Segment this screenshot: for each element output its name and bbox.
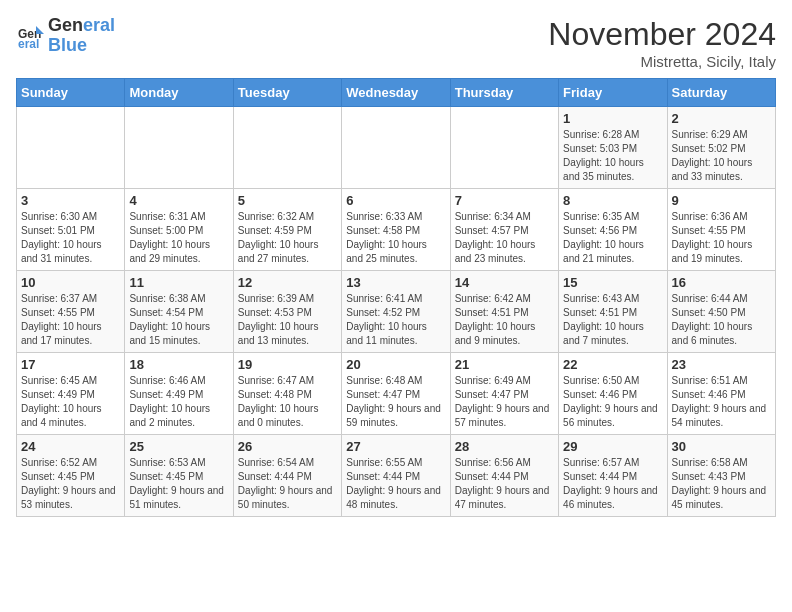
- logo-icon: Gen eral: [16, 22, 44, 50]
- day-number: 29: [563, 439, 662, 454]
- day-info: Sunrise: 6:36 AM Sunset: 4:55 PM Dayligh…: [672, 210, 771, 266]
- day-number: 30: [672, 439, 771, 454]
- day-info: Sunrise: 6:44 AM Sunset: 4:50 PM Dayligh…: [672, 292, 771, 348]
- day-info: Sunrise: 6:47 AM Sunset: 4:48 PM Dayligh…: [238, 374, 337, 430]
- day-header-tuesday: Tuesday: [233, 79, 341, 107]
- day-info: Sunrise: 6:33 AM Sunset: 4:58 PM Dayligh…: [346, 210, 445, 266]
- day-cell: 30Sunrise: 6:58 AM Sunset: 4:43 PM Dayli…: [667, 435, 775, 517]
- day-cell: [233, 107, 341, 189]
- day-header-friday: Friday: [559, 79, 667, 107]
- day-info: Sunrise: 6:54 AM Sunset: 4:44 PM Dayligh…: [238, 456, 337, 512]
- logo-line2: Blue: [48, 36, 115, 56]
- day-number: 10: [21, 275, 120, 290]
- week-row-3: 10Sunrise: 6:37 AM Sunset: 4:55 PM Dayli…: [17, 271, 776, 353]
- day-cell: 19Sunrise: 6:47 AM Sunset: 4:48 PM Dayli…: [233, 353, 341, 435]
- day-info: Sunrise: 6:46 AM Sunset: 4:49 PM Dayligh…: [129, 374, 228, 430]
- day-info: Sunrise: 6:58 AM Sunset: 4:43 PM Dayligh…: [672, 456, 771, 512]
- day-number: 23: [672, 357, 771, 372]
- day-info: Sunrise: 6:53 AM Sunset: 4:45 PM Dayligh…: [129, 456, 228, 512]
- day-info: Sunrise: 6:31 AM Sunset: 5:00 PM Dayligh…: [129, 210, 228, 266]
- day-header-sunday: Sunday: [17, 79, 125, 107]
- logo-line1: General: [48, 16, 115, 36]
- day-cell: 21Sunrise: 6:49 AM Sunset: 4:47 PM Dayli…: [450, 353, 558, 435]
- day-info: Sunrise: 6:48 AM Sunset: 4:47 PM Dayligh…: [346, 374, 445, 430]
- day-info: Sunrise: 6:34 AM Sunset: 4:57 PM Dayligh…: [455, 210, 554, 266]
- day-header-wednesday: Wednesday: [342, 79, 450, 107]
- day-cell: 16Sunrise: 6:44 AM Sunset: 4:50 PM Dayli…: [667, 271, 775, 353]
- day-cell: 4Sunrise: 6:31 AM Sunset: 5:00 PM Daylig…: [125, 189, 233, 271]
- day-info: Sunrise: 6:41 AM Sunset: 4:52 PM Dayligh…: [346, 292, 445, 348]
- day-cell: [125, 107, 233, 189]
- day-number: 6: [346, 193, 445, 208]
- day-info: Sunrise: 6:56 AM Sunset: 4:44 PM Dayligh…: [455, 456, 554, 512]
- day-info: Sunrise: 6:37 AM Sunset: 4:55 PM Dayligh…: [21, 292, 120, 348]
- day-header-monday: Monday: [125, 79, 233, 107]
- week-row-4: 17Sunrise: 6:45 AM Sunset: 4:49 PM Dayli…: [17, 353, 776, 435]
- day-info: Sunrise: 6:57 AM Sunset: 4:44 PM Dayligh…: [563, 456, 662, 512]
- day-number: 3: [21, 193, 120, 208]
- day-cell: 10Sunrise: 6:37 AM Sunset: 4:55 PM Dayli…: [17, 271, 125, 353]
- day-number: 25: [129, 439, 228, 454]
- day-number: 5: [238, 193, 337, 208]
- day-info: Sunrise: 6:35 AM Sunset: 4:56 PM Dayligh…: [563, 210, 662, 266]
- svg-text:eral: eral: [18, 37, 39, 50]
- location-subtitle: Mistretta, Sicily, Italy: [548, 53, 776, 70]
- day-cell: 3Sunrise: 6:30 AM Sunset: 5:01 PM Daylig…: [17, 189, 125, 271]
- day-number: 16: [672, 275, 771, 290]
- day-number: 22: [563, 357, 662, 372]
- week-row-1: 1Sunrise: 6:28 AM Sunset: 5:03 PM Daylig…: [17, 107, 776, 189]
- day-number: 19: [238, 357, 337, 372]
- day-cell: 11Sunrise: 6:38 AM Sunset: 4:54 PM Dayli…: [125, 271, 233, 353]
- month-title: November 2024: [548, 16, 776, 53]
- day-info: Sunrise: 6:55 AM Sunset: 4:44 PM Dayligh…: [346, 456, 445, 512]
- day-cell: 28Sunrise: 6:56 AM Sunset: 4:44 PM Dayli…: [450, 435, 558, 517]
- day-info: Sunrise: 6:28 AM Sunset: 5:03 PM Dayligh…: [563, 128, 662, 184]
- day-header-thursday: Thursday: [450, 79, 558, 107]
- day-number: 24: [21, 439, 120, 454]
- day-cell: 22Sunrise: 6:50 AM Sunset: 4:46 PM Dayli…: [559, 353, 667, 435]
- day-cell: 7Sunrise: 6:34 AM Sunset: 4:57 PM Daylig…: [450, 189, 558, 271]
- day-number: 13: [346, 275, 445, 290]
- day-number: 11: [129, 275, 228, 290]
- day-number: 9: [672, 193, 771, 208]
- day-info: Sunrise: 6:39 AM Sunset: 4:53 PM Dayligh…: [238, 292, 337, 348]
- day-number: 12: [238, 275, 337, 290]
- day-number: 2: [672, 111, 771, 126]
- day-info: Sunrise: 6:38 AM Sunset: 4:54 PM Dayligh…: [129, 292, 228, 348]
- day-cell: 1Sunrise: 6:28 AM Sunset: 5:03 PM Daylig…: [559, 107, 667, 189]
- day-info: Sunrise: 6:32 AM Sunset: 4:59 PM Dayligh…: [238, 210, 337, 266]
- day-number: 7: [455, 193, 554, 208]
- day-cell: 18Sunrise: 6:46 AM Sunset: 4:49 PM Dayli…: [125, 353, 233, 435]
- day-info: Sunrise: 6:51 AM Sunset: 4:46 PM Dayligh…: [672, 374, 771, 430]
- day-info: Sunrise: 6:29 AM Sunset: 5:02 PM Dayligh…: [672, 128, 771, 184]
- day-number: 17: [21, 357, 120, 372]
- day-cell: 23Sunrise: 6:51 AM Sunset: 4:46 PM Dayli…: [667, 353, 775, 435]
- day-number: 14: [455, 275, 554, 290]
- day-cell: 24Sunrise: 6:52 AM Sunset: 4:45 PM Dayli…: [17, 435, 125, 517]
- day-number: 21: [455, 357, 554, 372]
- title-block: November 2024 Mistretta, Sicily, Italy: [548, 16, 776, 70]
- day-cell: [17, 107, 125, 189]
- day-cell: 20Sunrise: 6:48 AM Sunset: 4:47 PM Dayli…: [342, 353, 450, 435]
- day-info: Sunrise: 6:30 AM Sunset: 5:01 PM Dayligh…: [21, 210, 120, 266]
- day-cell: 6Sunrise: 6:33 AM Sunset: 4:58 PM Daylig…: [342, 189, 450, 271]
- day-cell: 8Sunrise: 6:35 AM Sunset: 4:56 PM Daylig…: [559, 189, 667, 271]
- day-cell: 5Sunrise: 6:32 AM Sunset: 4:59 PM Daylig…: [233, 189, 341, 271]
- day-number: 1: [563, 111, 662, 126]
- day-number: 28: [455, 439, 554, 454]
- week-row-2: 3Sunrise: 6:30 AM Sunset: 5:01 PM Daylig…: [17, 189, 776, 271]
- day-cell: 27Sunrise: 6:55 AM Sunset: 4:44 PM Dayli…: [342, 435, 450, 517]
- logo: Gen eral General Blue: [16, 16, 115, 56]
- day-number: 27: [346, 439, 445, 454]
- day-info: Sunrise: 6:50 AM Sunset: 4:46 PM Dayligh…: [563, 374, 662, 430]
- day-cell: 14Sunrise: 6:42 AM Sunset: 4:51 PM Dayli…: [450, 271, 558, 353]
- calendar-table: SundayMondayTuesdayWednesdayThursdayFrid…: [16, 78, 776, 517]
- day-cell: 13Sunrise: 6:41 AM Sunset: 4:52 PM Dayli…: [342, 271, 450, 353]
- day-info: Sunrise: 6:42 AM Sunset: 4:51 PM Dayligh…: [455, 292, 554, 348]
- day-info: Sunrise: 6:45 AM Sunset: 4:49 PM Dayligh…: [21, 374, 120, 430]
- day-number: 26: [238, 439, 337, 454]
- day-cell: [450, 107, 558, 189]
- day-number: 8: [563, 193, 662, 208]
- days-header-row: SundayMondayTuesdayWednesdayThursdayFrid…: [17, 79, 776, 107]
- day-number: 18: [129, 357, 228, 372]
